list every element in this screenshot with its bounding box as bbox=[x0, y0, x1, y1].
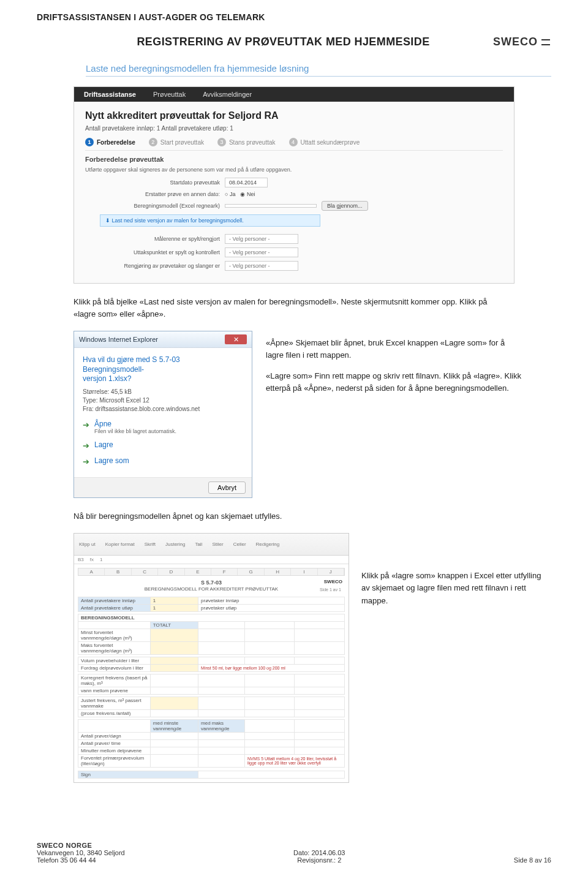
excel-col-headers: ABCDEFGHIJ bbox=[78, 568, 345, 576]
row-rengjoring: Rengjøring av prøvetaker og slanger er -… bbox=[85, 261, 503, 271]
instruction-para-1: Klikk på blå bjelke «Last ned siste vers… bbox=[74, 296, 502, 320]
instruction-right-text: «Åpne» Skjemaet blir åpnet, bruk Excel k… bbox=[266, 331, 523, 498]
sheet-page: Side 1 av 1 bbox=[320, 587, 341, 592]
option-open[interactable]: ➔ Åpne Filen vil ikke bli lagret automat… bbox=[83, 420, 243, 434]
step-indicator: 1Forberedelse 2Start prøveuttak 3Stans p… bbox=[85, 138, 503, 151]
row-model: Beregningsmodell (Excel regneark) Bla gj… bbox=[85, 201, 503, 211]
page-footer: SWECO NORGE Vekanvegen 10, 3840 Seljord … bbox=[37, 842, 551, 864]
nav-item-proveuttak[interactable]: Prøveuttak bbox=[153, 91, 186, 98]
footer-company: SWECO NORGE bbox=[37, 842, 125, 849]
footer-address: Vekanvegen 10, 3840 Seljord bbox=[37, 849, 125, 856]
webapp-subline: Antall prøvetakere innløp: 1 Antall prøv… bbox=[85, 125, 503, 132]
arrow-icon: ➔ bbox=[83, 420, 89, 429]
sheet-logo: SWECO bbox=[324, 579, 342, 584]
step-1[interactable]: 1Forberedelse bbox=[85, 138, 135, 146]
footer-middle: Dato: 2014.06.03 Revisjonsnr.: 2 bbox=[293, 849, 345, 864]
browse-button[interactable]: Bla gjennom... bbox=[322, 201, 368, 211]
radio-ja[interactable]: ○ Ja bbox=[225, 191, 235, 197]
form-section-desc: Utførte oppgaver skal signeres av de per… bbox=[85, 167, 503, 173]
row-malerenne: Målerenne er spylt/rengjort - Velg perso… bbox=[85, 234, 503, 244]
option-save[interactable]: ➔ Lagre bbox=[83, 440, 243, 450]
ie-download-dialog: Windows Internet Explorer ✕ Hva vil du g… bbox=[74, 331, 252, 498]
label-model: Beregningsmodell (Excel regneark) bbox=[85, 203, 220, 209]
arrow-icon: ➔ bbox=[83, 441, 89, 450]
sheet-title-1: S 5.7-03 bbox=[78, 580, 345, 586]
footer-phone: Telefon 35 06 44 44 bbox=[37, 856, 125, 864]
header-org: DRIFTSASSISTANSEN I AUST-AGDER OG TELEMA… bbox=[37, 12, 551, 22]
footer-left: SWECO NORGE Vekanvegen 10, 3840 Seljord … bbox=[37, 842, 125, 864]
row-startdato: Startdato prøveuttak 08.04.2014 bbox=[85, 178, 503, 187]
footer-revision: Revisjonsnr.: 2 bbox=[293, 856, 345, 864]
label-startdato: Startdato prøveuttak bbox=[85, 179, 220, 186]
section-rule bbox=[86, 76, 551, 77]
nav-brand[interactable]: Driftsassistanse bbox=[84, 91, 136, 98]
select-malerenne[interactable]: - Velg personer - bbox=[225, 234, 298, 244]
dialog-question: Hva vil du gjøre med S 5.7-03 Beregnings… bbox=[83, 355, 243, 384]
dialog-titlebar: Windows Internet Explorer ✕ bbox=[74, 331, 252, 348]
excel-sheet[interactable]: ABCDEFGHIJ S 5.7-03 BEREGNINGSMODELL FOR… bbox=[74, 564, 349, 782]
arrow-icon: ➔ bbox=[83, 457, 89, 466]
title-row: REGISTRERING AV PRØVEUTTAK MED HJEMMESID… bbox=[37, 36, 551, 48]
dialog-body: Hva vil du gjøre med S 5.7-03 Beregnings… bbox=[74, 348, 252, 477]
footer-page: Side 8 av 16 bbox=[514, 856, 551, 864]
select-rengjoring[interactable]: - Velg personer - bbox=[225, 261, 298, 271]
webapp-body: Nytt akkreditert prøveuttak for Seljord … bbox=[74, 102, 514, 283]
excel-and-text-row: Klipp utKopier format SkriftJustering Ta… bbox=[74, 533, 551, 783]
label-erstatter: Erstatter prøve en annen dato: bbox=[85, 191, 220, 197]
input-startdato[interactable]: 08.04.2014 bbox=[225, 178, 268, 187]
instruction-right-text-2: Klikk på «lagre som» knappen i Excel ett… bbox=[361, 533, 545, 606]
dialog-title-text: Windows Internet Explorer bbox=[79, 336, 158, 343]
dialog-meta: Størrelse: 45,5 kB Type: Microsoft Excel… bbox=[83, 388, 243, 413]
right-para-2: «Lagre som» Finn rett mappe og skriv ret… bbox=[266, 370, 523, 395]
option-save-as[interactable]: ➔ Lagre som bbox=[83, 456, 243, 466]
label-rengjoring: Rengjøring av prøvetaker og slanger er bbox=[85, 263, 220, 269]
sheet-title-2: BEREGNINGSMODELL FOR AKKREDITERT PRØVEUT… bbox=[78, 586, 345, 592]
close-icon[interactable]: ✕ bbox=[225, 334, 247, 344]
dialog-and-text-row: Windows Internet Explorer ✕ Hva vil du g… bbox=[74, 331, 551, 498]
row-uttakspunkt: Uttakspunktet er spylt og kontrollert - … bbox=[85, 247, 503, 257]
label-uttakspunkt: Uttakspunktet er spylt og kontrollert bbox=[85, 249, 220, 255]
webapp-topbar: Driftsassistanse Prøveuttak Avviksmeldin… bbox=[74, 87, 514, 102]
right-para-1: «Åpne» Skjemaet blir åpnet, bruk Excel k… bbox=[266, 337, 523, 361]
download-link-bar[interactable]: ⬇ Last ned siste versjon av malen for be… bbox=[100, 214, 320, 227]
document-title: REGISTRERING AV PRØVEUTTAK MED HJEMMESID… bbox=[74, 36, 493, 48]
download-icon: ⬇ bbox=[105, 217, 110, 224]
sweco-logo: SWECO bbox=[493, 36, 551, 48]
webapp-page-title: Nytt akkreditert prøveuttak for Seljord … bbox=[85, 110, 503, 121]
screenshot-excel: Klipp utKopier format SkriftJustering Ta… bbox=[74, 533, 349, 783]
label-malerenne: Målerenne er spylt/rengjort bbox=[85, 236, 220, 242]
excel-formula-bar[interactable]: B3fx1 bbox=[74, 556, 349, 564]
section-heading: Laste ned beregningsmodellen fra hjemmes… bbox=[86, 63, 551, 74]
logo-mark-icon bbox=[540, 37, 551, 48]
dialog-footer: Avbryt bbox=[74, 477, 252, 497]
screenshot-webapp: Driftsassistanse Prøveuttak Avviksmeldin… bbox=[74, 86, 514, 284]
select-uttakspunkt[interactable]: - Velg personer - bbox=[225, 247, 298, 257]
nav-item-avvik[interactable]: Avviksmeldinger bbox=[203, 91, 252, 98]
excel-ribbon[interactable]: Klipp utKopier format SkriftJustering Ta… bbox=[74, 534, 349, 556]
row-erstatter: Erstatter prøve en annen dato: ○ Ja ◉ Ne… bbox=[85, 191, 503, 197]
cancel-button[interactable]: Avbryt bbox=[208, 481, 246, 494]
step-2[interactable]: 2Start prøveuttak bbox=[149, 138, 204, 146]
instruction-para-2: Nå blir beregningsmodellen åpnet og kan … bbox=[74, 510, 502, 523]
radio-nei[interactable]: ◉ Nei bbox=[240, 191, 255, 197]
download-text: Last ned siste versjon av malen for bere… bbox=[112, 217, 244, 224]
form-section-title: Forberedelse prøveuttak bbox=[85, 156, 503, 163]
input-model-file[interactable] bbox=[225, 204, 317, 208]
footer-date: Dato: 2014.06.03 bbox=[293, 849, 345, 856]
logo-text: SWECO bbox=[493, 36, 538, 48]
step-4[interactable]: 4Uttatt sekundærprøve bbox=[289, 138, 360, 146]
step-3[interactable]: 3Stans prøveuttak bbox=[217, 138, 276, 146]
excel-table: Antall prøvetakere innløp1prøvetaker inn… bbox=[78, 597, 345, 779]
